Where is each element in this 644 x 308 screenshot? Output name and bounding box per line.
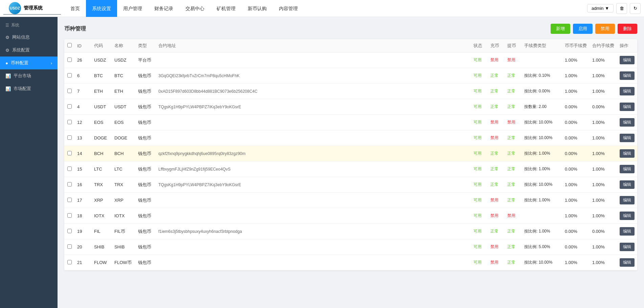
charge-badge: 禁用	[490, 198, 498, 202]
row-contract-fee: 0.00%	[590, 99, 617, 115]
edit-button[interactable]: 编辑	[620, 149, 635, 158]
charge-badge: 正常	[490, 167, 498, 171]
delete-icon-btn[interactable]: 🗑	[616, 3, 627, 14]
row-checkbox[interactable]	[67, 182, 72, 186]
sidebar-item-market-config[interactable]: 📊 市场配置	[0, 82, 58, 95]
row-address: TQgsKg1H9pPYLW4PBPZ7iKq3ebY9oKGsrE	[156, 177, 471, 193]
row-checkbox[interactable]	[67, 213, 72, 218]
header-status: 状态	[471, 39, 488, 52]
edit-button[interactable]: 编辑	[620, 196, 635, 204]
row-name: IOTX	[112, 208, 135, 224]
row-operation: 编辑	[617, 177, 637, 193]
admin-dropdown[interactable]: admin ▼	[587, 4, 614, 13]
row-checkbox[interactable]	[67, 120, 72, 124]
row-contract-fee: 1.00%	[590, 208, 617, 224]
row-address: 3GqGQEi23kfprbTvZrCm7mP8qu5cHMoFhK	[156, 68, 471, 84]
row-name: BTC	[112, 68, 135, 84]
withdraw-badge: 正常	[507, 73, 515, 78]
row-checkbox-cell	[64, 99, 74, 115]
row-checkbox[interactable]	[67, 229, 72, 233]
chart-icon: 📊	[5, 73, 11, 79]
table-row: 18 IOTX IOTX 钱包币 可用 禁用 禁用 1.00% 1.00% 编辑	[64, 208, 637, 224]
edit-button[interactable]: 编辑	[620, 258, 635, 267]
row-coin-fee: 0.00%	[562, 115, 590, 130]
row-withdraw: 正常	[505, 84, 521, 99]
row-operation: 编辑	[617, 68, 637, 84]
row-code: FLOW	[91, 255, 112, 270]
row-coin-fee: 1.00%	[562, 84, 590, 99]
edit-button[interactable]: 编辑	[620, 212, 635, 220]
select-all-checkbox[interactable]	[67, 43, 72, 47]
status-badge: 可用	[473, 151, 482, 156]
row-name: DOGE	[112, 130, 135, 146]
row-status: 可用	[471, 115, 488, 130]
row-contract-fee: 1.00%	[590, 177, 617, 193]
status-badge: 可用	[473, 213, 482, 218]
row-checkbox[interactable]	[67, 58, 72, 62]
row-operation: 编辑	[617, 130, 637, 146]
logo-area: USDZ 管理系统	[3, 2, 61, 15]
sidebar-item-coin-config[interactable]: ● 币种配置 ›	[0, 57, 58, 69]
sidebar-item-website-info[interactable]: ⚙ 网站信息	[0, 31, 58, 44]
charge-badge: 禁用	[490, 58, 498, 62]
delete-button[interactable]: 删除	[618, 24, 637, 34]
row-type: 钱包币	[135, 255, 156, 270]
charge-badge: 正常	[490, 89, 498, 93]
row-checkbox[interactable]	[67, 167, 72, 171]
edit-button[interactable]: 编辑	[620, 180, 635, 189]
add-button[interactable]: 新增	[551, 24, 570, 34]
nav-user-management[interactable]: 用户管理	[117, 0, 148, 17]
nav-content[interactable]: 内容管理	[273, 0, 304, 17]
enable-button[interactable]: 启用	[573, 24, 593, 34]
row-checkbox-cell	[64, 161, 74, 177]
row-checkbox[interactable]	[67, 244, 72, 249]
header-name: 名称	[112, 39, 135, 52]
row-name: LTC	[112, 161, 135, 177]
nav-finance[interactable]: 财务记录	[148, 0, 179, 17]
row-charge: 禁用	[488, 255, 505, 270]
row-operation: 编辑	[617, 146, 637, 161]
row-code: TRX	[91, 177, 112, 193]
edit-button[interactable]: 编辑	[620, 87, 635, 95]
edit-button[interactable]: 编辑	[620, 118, 635, 127]
edit-button[interactable]: 编辑	[620, 103, 635, 111]
row-fee-type: 按比例: 0.00%	[521, 84, 562, 99]
row-checkbox[interactable]	[67, 198, 72, 202]
row-charge: 正常	[488, 161, 505, 177]
row-contract-fee: 0.00%	[590, 224, 617, 239]
row-contract-fee: 1.00%	[590, 52, 617, 68]
row-checkbox[interactable]	[67, 89, 72, 93]
nav-miner[interactable]: 矿机管理	[210, 0, 242, 17]
row-checkbox[interactable]	[67, 260, 72, 264]
refresh-icon-btn[interactable]: ↻	[630, 3, 641, 14]
edit-button[interactable]: 编辑	[620, 243, 635, 251]
sidebar-item-system-config[interactable]: ⚙ 系统配置	[0, 44, 58, 57]
withdraw-badge: 正常	[507, 151, 515, 156]
edit-button[interactable]: 编辑	[620, 134, 635, 142]
nav-home[interactable]: 首页	[64, 0, 86, 17]
edit-button[interactable]: 编辑	[620, 165, 635, 173]
row-name: USDT	[112, 99, 135, 115]
edit-button[interactable]: 编辑	[620, 227, 635, 236]
row-checkbox[interactable]	[67, 151, 72, 155]
edit-button[interactable]: 编辑	[620, 71, 635, 80]
row-id: 13	[74, 130, 91, 146]
sidebar-item-platform-market[interactable]: 📊 平台市场	[0, 69, 58, 82]
withdraw-badge: 正常	[507, 167, 515, 171]
row-code: BCH	[91, 146, 112, 161]
nav-trade-center[interactable]: 交易中心	[179, 0, 210, 17]
row-status: 可用	[471, 255, 488, 270]
withdraw-badge: 正常	[507, 260, 515, 265]
disable-button[interactable]: 禁用	[595, 24, 615, 34]
row-address	[156, 255, 471, 270]
header-withdraw: 提币	[505, 39, 521, 52]
row-fee-type: 按比例: 1.00%	[521, 161, 562, 177]
row-checkbox[interactable]	[67, 104, 72, 109]
status-badge: 可用	[473, 135, 482, 140]
nav-new-coin[interactable]: 新币认购	[242, 0, 273, 17]
edit-button[interactable]: 编辑	[620, 56, 635, 64]
row-checkbox[interactable]	[67, 135, 72, 140]
row-checkbox[interactable]	[67, 73, 72, 78]
nav-system-settings[interactable]: 系统设置	[86, 0, 117, 17]
row-contract-fee: 1.00%	[590, 146, 617, 161]
